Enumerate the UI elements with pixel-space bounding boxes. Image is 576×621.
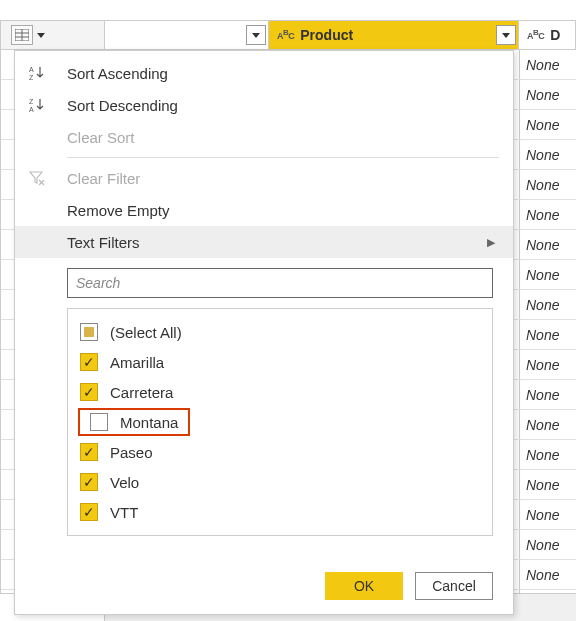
blank-icon xyxy=(29,232,55,252)
column-dropdown-button[interactable] xyxy=(496,25,516,45)
clear-sort-item: Clear Sort xyxy=(15,121,513,153)
filter-option[interactable]: ✓VTT xyxy=(68,497,492,527)
table-menu-chevron-icon xyxy=(37,33,45,38)
filter-option[interactable]: ✓Amarilla xyxy=(68,347,492,377)
filter-option-label: (Select All) xyxy=(110,324,182,341)
column-header-label: Product xyxy=(300,27,353,43)
svg-text:Z: Z xyxy=(29,98,34,105)
cell-value: None xyxy=(520,140,576,169)
sort-asc-icon: AZ xyxy=(29,63,55,83)
table-icon xyxy=(11,25,33,45)
cell-value: None xyxy=(520,110,576,139)
cell-value: None xyxy=(520,410,576,439)
cell-value: None xyxy=(520,500,576,529)
filter-option-label: Paseo xyxy=(110,444,153,461)
column-header-product[interactable]: ABC Product xyxy=(269,21,519,49)
chevron-down-icon xyxy=(252,33,260,38)
cell-value: None xyxy=(520,530,576,559)
filter-menu: AZ Sort Ascending ZA Sort Descending Cle… xyxy=(14,50,514,615)
filter-option-label: Velo xyxy=(110,474,139,491)
svg-text:A: A xyxy=(29,106,34,113)
filter-option[interactable]: ✓Paseo xyxy=(68,437,492,467)
svg-text:Z: Z xyxy=(29,74,34,81)
sort-ascending-item[interactable]: AZ Sort Ascending xyxy=(15,57,513,89)
cell-value: None xyxy=(520,320,576,349)
filter-option[interactable]: ✓Velo xyxy=(68,467,492,497)
ok-button[interactable]: OK xyxy=(325,572,403,600)
menu-label: Clear Sort xyxy=(67,129,499,146)
clear-filter-item: Clear Filter xyxy=(15,162,513,194)
cell-value: None xyxy=(520,350,576,379)
cell-value: None xyxy=(520,230,576,259)
column-header-label: D xyxy=(550,27,560,43)
filter-option[interactable]: Montana xyxy=(68,407,492,437)
button-label: OK xyxy=(354,578,374,594)
text-filters-item[interactable]: Text Filters ▶ xyxy=(15,226,513,258)
filter-clear-icon xyxy=(29,168,55,188)
cancel-button[interactable]: Cancel xyxy=(415,572,493,600)
checkbox-icon: ✓ xyxy=(80,503,98,521)
text-type-icon: ABC xyxy=(277,28,294,41)
filter-checklist: (Select All)✓Amarilla✓CarreteraMontana✓P… xyxy=(67,308,493,536)
cell-value: None xyxy=(520,470,576,499)
cell-value: None xyxy=(520,560,576,589)
menu-label: Sort Ascending xyxy=(67,65,499,82)
sort-desc-icon: ZA xyxy=(29,95,55,115)
button-label: Cancel xyxy=(432,578,476,594)
checkbox-icon xyxy=(80,323,98,341)
menu-label: Sort Descending xyxy=(67,97,499,114)
remove-empty-item[interactable]: Remove Empty xyxy=(15,194,513,226)
column-dropdown-button[interactable] xyxy=(246,25,266,45)
filter-option-label: Carretera xyxy=(110,384,173,401)
sort-descending-item[interactable]: ZA Sort Descending xyxy=(15,89,513,121)
filter-option-label: Montana xyxy=(120,414,178,431)
filter-option[interactable]: (Select All) xyxy=(68,317,492,347)
column-header-blank[interactable] xyxy=(105,21,269,49)
cell-value: None xyxy=(520,80,576,109)
checkbox-icon: ✓ xyxy=(80,383,98,401)
column-header-d[interactable]: ABC D xyxy=(519,21,576,49)
checkbox-icon: ✓ xyxy=(80,443,98,461)
text-type-icon: ABC xyxy=(527,28,544,41)
filter-option-label: VTT xyxy=(110,504,138,521)
cell-value: None xyxy=(520,200,576,229)
checkbox-icon: ✓ xyxy=(80,353,98,371)
chevron-right-icon: ▶ xyxy=(487,236,495,249)
search-placeholder: Search xyxy=(76,275,120,291)
cell-value: None xyxy=(520,260,576,289)
blank-icon xyxy=(29,200,55,220)
menu-label: Text Filters xyxy=(67,234,487,251)
search-input[interactable]: Search xyxy=(67,268,493,298)
cell-value: None xyxy=(520,50,576,79)
cell-value: None xyxy=(520,290,576,319)
filter-option[interactable]: ✓Carretera xyxy=(68,377,492,407)
menu-label: Remove Empty xyxy=(67,202,499,219)
checkbox-icon xyxy=(90,413,108,431)
menu-label: Clear Filter xyxy=(67,170,499,187)
blank-icon xyxy=(29,127,55,147)
chevron-down-icon xyxy=(502,33,510,38)
cell-value: None xyxy=(520,170,576,199)
cell-value: None xyxy=(520,440,576,469)
filter-option-label: Amarilla xyxy=(110,354,164,371)
menu-separator xyxy=(67,157,499,158)
svg-text:A: A xyxy=(29,66,34,73)
cell-value: None xyxy=(520,380,576,409)
checkbox-icon: ✓ xyxy=(80,473,98,491)
table-corner-cell[interactable] xyxy=(0,21,105,49)
